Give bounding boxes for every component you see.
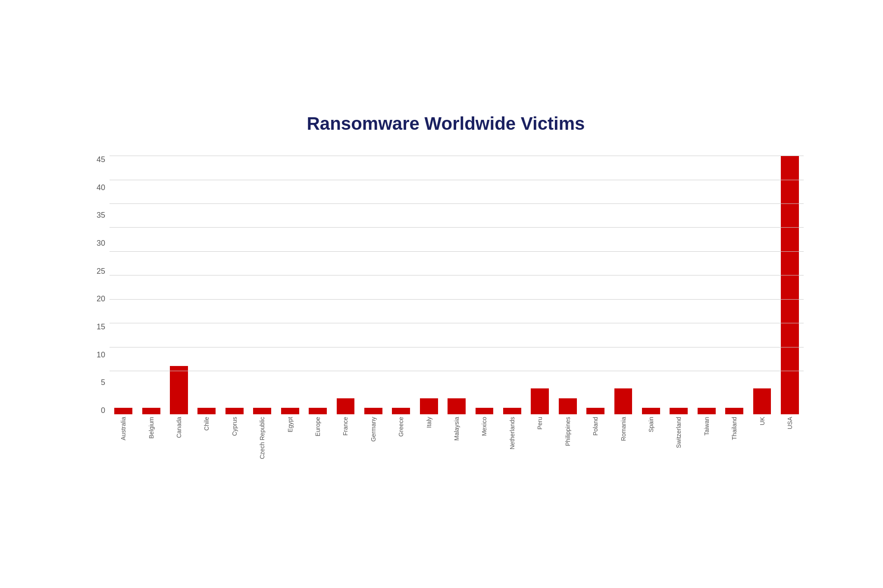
bar-group xyxy=(693,156,720,414)
x-label-cell: Mexico xyxy=(470,414,498,457)
x-label-france: France xyxy=(342,417,349,436)
x-label-malaysia: Malaysia xyxy=(453,417,460,441)
bar-group xyxy=(276,156,304,414)
bar-group xyxy=(720,156,748,414)
bar-france[interactable] xyxy=(337,398,355,414)
x-label-spain: Spain xyxy=(648,417,654,432)
bar-group xyxy=(304,156,332,414)
x-label-romania: Romania xyxy=(620,417,627,441)
x-label-peru: Peru xyxy=(536,417,543,430)
chart-title: Ransomware Worldwide Victims xyxy=(88,113,804,134)
y-axis-label: 20 xyxy=(88,295,110,303)
bar-group xyxy=(776,156,804,414)
bar-group xyxy=(498,156,526,414)
chart-container: Ransomware Worldwide Victims 05101520253… xyxy=(53,96,830,492)
x-label-cell: Italy xyxy=(415,414,442,457)
bar-uk[interactable] xyxy=(753,388,771,414)
y-axis-label: 15 xyxy=(88,323,110,331)
x-label-thailand: Thailand xyxy=(731,417,738,440)
bar-netherlands[interactable] xyxy=(503,408,521,414)
bar-thailand[interactable] xyxy=(725,408,743,414)
x-label-cell: Philippines xyxy=(554,414,582,457)
bar-italy[interactable] xyxy=(420,398,438,414)
x-labels-row: AustraliaBelgiumCanadaChileCyprusCzech R… xyxy=(110,414,804,457)
bar-group xyxy=(360,156,387,414)
bar-greece[interactable] xyxy=(392,408,410,414)
bar-peru[interactable] xyxy=(531,388,549,414)
x-label-cell: Germany xyxy=(360,414,387,457)
bar-switzerland[interactable] xyxy=(670,408,688,414)
x-label-cell: Spain xyxy=(637,414,665,457)
y-axis-label: 30 xyxy=(88,239,110,247)
x-label-taiwan: Taiwan xyxy=(703,417,710,436)
bar-group xyxy=(415,156,442,414)
x-label-cell: Egypt xyxy=(276,414,304,457)
y-axis-label: 5 xyxy=(88,378,110,386)
bar-philippines[interactable] xyxy=(559,398,577,414)
x-label-cell: Malaysia xyxy=(443,414,470,457)
bar-group xyxy=(554,156,582,414)
bar-romania[interactable] xyxy=(614,388,633,414)
x-label-poland: Poland xyxy=(592,417,599,436)
y-axis-label: 45 xyxy=(88,156,110,163)
bar-group xyxy=(582,156,609,414)
bar-group xyxy=(248,156,276,414)
bar-group xyxy=(443,156,470,414)
bar-egypt[interactable] xyxy=(281,408,299,414)
x-label-cell: Canada xyxy=(165,414,193,457)
plot-area xyxy=(110,156,804,414)
x-label-cell: Belgium xyxy=(137,414,165,457)
x-label-cell: Netherlands xyxy=(498,414,526,457)
y-axis-label: 25 xyxy=(88,267,110,275)
bar-malaysia[interactable] xyxy=(448,398,466,414)
chart-area: 051015202530354045 AustraliaBelgiumCanad… xyxy=(88,156,804,457)
bar-group xyxy=(193,156,220,414)
x-label-cell: Cyprus xyxy=(221,414,248,457)
bar-mexico[interactable] xyxy=(476,408,494,414)
bar-group xyxy=(110,156,137,414)
x-label-cell: Australia xyxy=(110,414,137,457)
x-label-australia: Australia xyxy=(120,417,127,440)
x-label-cell: Chile xyxy=(193,414,220,457)
bar-taiwan[interactable] xyxy=(698,408,716,414)
bar-canada[interactable] xyxy=(170,366,188,414)
x-label-philippines: Philippines xyxy=(564,417,571,446)
x-label-switzerland: Switzerland xyxy=(675,417,682,448)
x-label-cell: France xyxy=(332,414,359,457)
bar-group xyxy=(387,156,415,414)
y-axis-label: 40 xyxy=(88,184,110,191)
bar-group xyxy=(221,156,248,414)
bar-group xyxy=(470,156,498,414)
bar-europe[interactable] xyxy=(309,408,327,414)
bar-spain[interactable] xyxy=(642,408,660,414)
bar-group xyxy=(165,156,193,414)
x-label-cell: Peru xyxy=(526,414,554,457)
x-label-canada: Canada xyxy=(175,417,182,438)
x-label-italy: Italy xyxy=(426,417,432,428)
x-label-cell: Poland xyxy=(582,414,609,457)
y-axis-label: 0 xyxy=(88,407,110,414)
bar-poland[interactable] xyxy=(586,408,604,414)
bar-germany[interactable] xyxy=(364,408,382,414)
x-label-cell: Czech Republic xyxy=(248,414,276,457)
bar-czech-republic[interactable] xyxy=(253,408,271,414)
bar-usa[interactable] xyxy=(781,156,799,414)
x-label-cell: Greece xyxy=(387,414,415,457)
x-label-usa: USA xyxy=(786,417,793,429)
x-label-cell: Switzerland xyxy=(665,414,692,457)
x-label-chile: Chile xyxy=(203,417,210,431)
x-label-cell: Europe xyxy=(304,414,332,457)
bar-belgium[interactable] xyxy=(142,408,160,414)
bar-group xyxy=(332,156,359,414)
x-label-cell: Taiwan xyxy=(693,414,720,457)
x-label-uk: UK xyxy=(759,417,766,425)
bar-australia[interactable] xyxy=(114,408,132,414)
bar-cyprus[interactable] xyxy=(225,408,244,414)
bar-group xyxy=(526,156,554,414)
bar-group xyxy=(748,156,776,414)
x-label-belgium: Belgium xyxy=(148,417,155,439)
bar-group xyxy=(665,156,692,414)
x-label-cell: USA xyxy=(776,414,804,457)
bar-chile[interactable] xyxy=(197,408,216,414)
x-label-cell: UK xyxy=(748,414,776,457)
